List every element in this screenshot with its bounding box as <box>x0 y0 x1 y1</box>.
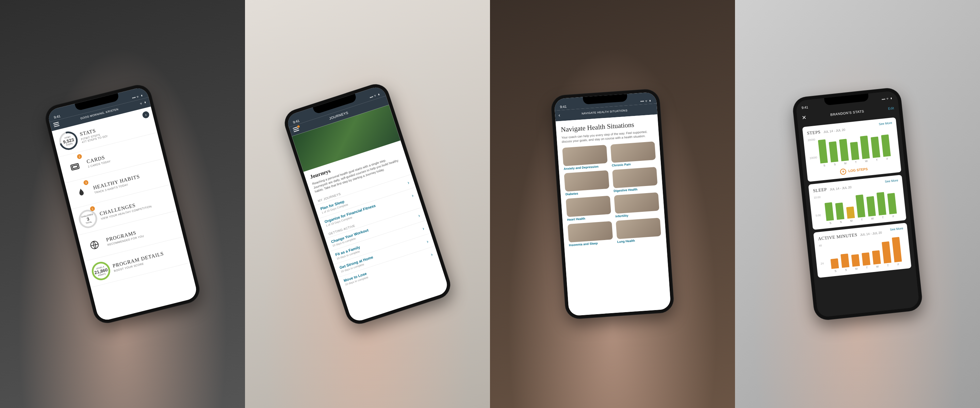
tile-image <box>614 192 659 214</box>
bar <box>881 134 891 157</box>
x-label: S <box>832 269 840 273</box>
chevron-icon: › <box>426 238 429 244</box>
x-label: T <box>873 158 881 162</box>
chevron-icon: › <box>411 192 414 198</box>
x-label: M <box>848 219 856 223</box>
bar <box>860 136 870 159</box>
bar <box>818 140 828 163</box>
x-label: F <box>894 262 902 266</box>
see-more-link[interactable]: See More <box>885 178 898 183</box>
tile-image <box>564 170 609 192</box>
row-icon <box>83 234 105 256</box>
bar <box>877 192 886 215</box>
bar <box>824 202 834 221</box>
close-icon[interactable]: ✕ <box>802 114 807 121</box>
card-label: STEPS <box>807 129 821 136</box>
header-title: NAVIGATE HEALTH SITUATIONS <box>582 109 627 115</box>
progress-ring: LEVEL 421,860POINTS <box>90 260 112 282</box>
status-time: 9:41 <box>801 105 808 110</box>
stat-card: SLEEP JUL 14 - JUL 20 See More 10:005:00… <box>808 175 906 230</box>
tile-image <box>611 141 656 163</box>
health-tile[interactable]: Anxiety and Depression <box>562 145 608 171</box>
x-label: F <box>883 157 891 161</box>
health-tile[interactable]: Heart Health <box>566 196 611 222</box>
status-icons: ••• ᯤ ▮ <box>640 98 651 103</box>
card-label: ACTIVE MINUTES <box>818 232 858 241</box>
bar <box>862 252 870 265</box>
tile-image <box>612 167 657 188</box>
chevron-icon: › <box>407 179 410 185</box>
status-icons: ••• ᯤ ▮ <box>882 96 892 101</box>
x-label: W <box>869 217 876 220</box>
card-range: JUL 14 - JUL 20 <box>830 185 852 191</box>
x-label: S <box>827 221 834 225</box>
plus-icon: + <box>840 168 846 175</box>
x-label: W <box>873 265 881 268</box>
card-label: SLEEP <box>813 187 827 193</box>
bar <box>872 250 881 265</box>
bar <box>829 141 838 162</box>
bar <box>866 196 876 217</box>
phone-stats: 9:41 ••• ᯤ ▮ ✕ BRANDON'S STATS Edit STEP… <box>791 87 923 321</box>
chevron-icon: › <box>430 251 433 257</box>
row-icon <box>64 156 86 178</box>
chevron-icon[interactable]: › <box>142 111 150 119</box>
x-label: S <box>842 268 850 271</box>
x-label: T <box>863 266 871 270</box>
x-label: T <box>884 264 892 267</box>
health-tile[interactable]: Digestive Health <box>612 167 658 193</box>
phone-navigate: 9:41 ••• ᯤ ▮ ‹ NAVIGATE HEALTH SITUATION… <box>550 88 675 320</box>
health-tile[interactable]: Infertility <box>614 192 659 218</box>
svg-rect-1 <box>72 165 78 169</box>
bar <box>846 206 855 219</box>
progress-ring: CHALLENGE3TOTAL <box>77 208 99 230</box>
bar <box>882 241 891 263</box>
x-label: F <box>889 214 897 218</box>
phone-journeys: 9:41 ••• ᯤ ▮ JOURNEYS Journeys Reaching … <box>281 81 454 328</box>
bar <box>839 139 849 161</box>
card-range: JUL 14 - JUL 20 <box>860 231 882 237</box>
health-tile[interactable]: Lung Health <box>616 218 661 244</box>
x-label: T <box>879 216 887 219</box>
bar <box>830 259 839 269</box>
status-time: 9:41 <box>293 119 300 124</box>
tile-image <box>568 221 613 243</box>
chevron-icon: › <box>417 213 421 218</box>
bar <box>840 254 850 268</box>
x-label: S <box>831 162 839 166</box>
x-label: T <box>858 217 865 221</box>
x-label: T <box>852 160 860 164</box>
progress-ring: FITBIT9,523STEPS <box>57 130 80 152</box>
status-right: ᯤ ▮ <box>140 100 147 105</box>
card-range: JUL 14 - JUL 20 <box>823 128 845 133</box>
menu-icon[interactable] <box>53 122 59 127</box>
bar <box>887 193 897 214</box>
health-tile[interactable]: Chronic Pain <box>611 141 656 167</box>
bar <box>892 237 902 262</box>
bar <box>871 137 880 158</box>
back-icon[interactable]: ‹ <box>558 112 560 117</box>
row-icon <box>70 181 92 204</box>
x-label: S <box>821 164 828 167</box>
edit-link[interactable]: Edit <box>888 106 894 111</box>
health-tile[interactable]: Insomnia and Sleep <box>568 221 613 247</box>
header-title: BRANDON'S STATS <box>830 109 864 116</box>
bar <box>851 254 860 267</box>
x-label: W <box>862 159 870 163</box>
bar <box>850 142 859 160</box>
status-time: 9:41 <box>53 114 61 119</box>
health-tile[interactable]: Diabetes <box>564 170 609 196</box>
status-time: 9:41 <box>560 105 566 109</box>
chevron-icon: › <box>422 225 425 231</box>
stat-card: STEPS JUL 14 - JUL 20 See More 200001000… <box>802 117 901 182</box>
see-more-link[interactable]: See More <box>878 121 892 126</box>
phone-dashboard: 9:41 ••• ᯤ ▮ GOOD MORNING, KRISTEN ᯤ ▮ F… <box>43 82 202 326</box>
tile-image <box>562 145 608 166</box>
x-label: M <box>853 267 860 271</box>
see-more-link[interactable]: See More <box>890 227 904 231</box>
menu-icon[interactable] <box>293 127 299 132</box>
x-label: M <box>842 162 850 165</box>
x-label: S <box>837 220 845 224</box>
stat-card: ACTIVE MINUTES JUL 14 - JUL 20 See More … <box>813 223 911 278</box>
bar <box>835 203 844 220</box>
